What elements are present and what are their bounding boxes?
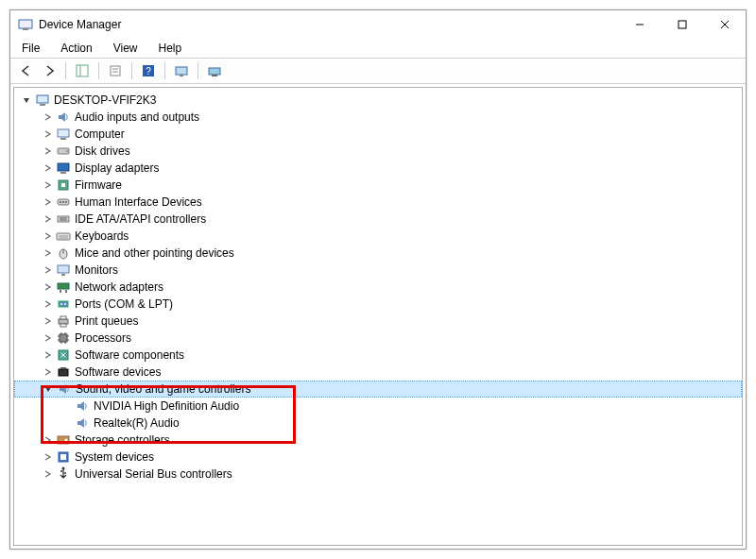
chevron-right-icon[interactable] (41, 467, 54, 481)
chevron-right-icon[interactable] (41, 348, 54, 362)
svg-rect-23 (58, 163, 69, 171)
svg-rect-24 (60, 172, 66, 174)
properties-button[interactable] (105, 60, 126, 81)
maximize-button[interactable] (661, 10, 703, 39)
svg-point-28 (60, 201, 61, 203)
chevron-right-icon[interactable] (41, 212, 54, 226)
tree-category-label: Display adapters (75, 161, 159, 175)
keyboard-icon (56, 229, 71, 244)
tree-category[interactable]: Software devices (14, 364, 742, 381)
chevron-right-icon[interactable] (41, 433, 54, 447)
toolbar-separator (131, 62, 132, 79)
tree-category[interactable]: IDE ATA/ATAPI controllers (14, 211, 742, 228)
tree-root[interactable]: DESKTOP-VFIF2K3 (14, 92, 742, 109)
tree-category[interactable]: Firmware (14, 177, 742, 194)
chevron-right-icon[interactable] (41, 246, 54, 260)
speaker-icon (56, 110, 71, 125)
tree-category[interactable]: Storage controllers (14, 432, 742, 449)
menu-file[interactable]: File (18, 40, 43, 57)
menu-view[interactable]: View (110, 40, 142, 57)
speaker-icon (75, 398, 90, 414)
tree-category[interactable]: Sound, video and game controllers (14, 381, 742, 398)
tree-category-label: Processors (75, 331, 131, 345)
forward-button[interactable] (39, 60, 60, 81)
svg-rect-0 (19, 20, 32, 28)
tree-category-label: IDE ATA/ATAPI controllers (75, 212, 206, 226)
view-devices-button[interactable] (204, 60, 225, 81)
tree-category[interactable]: Ports (COM & LPT) (14, 296, 742, 313)
chevron-right-icon[interactable] (41, 365, 54, 379)
app-icon (18, 17, 33, 32)
tree-category[interactable]: Universal Serial Bus controllers (14, 466, 742, 483)
tree-root-label: DESKTOP-VFIF2K3 (54, 93, 156, 107)
tree-category[interactable]: Processors (14, 330, 742, 347)
toolbar-separator (65, 62, 66, 79)
chevron-right-icon[interactable] (41, 280, 54, 294)
device-tree[interactable]: DESKTOP-VFIF2K3Audio inputs and outputsC… (13, 87, 743, 546)
toolbar-separator (98, 62, 99, 79)
chevron-right-icon[interactable] (41, 127, 54, 141)
tree-category[interactable]: Human Interface Devices (14, 194, 742, 211)
svg-rect-14 (180, 75, 183, 76)
chevron-down-icon[interactable] (20, 93, 33, 107)
toolbar-separator (198, 62, 198, 79)
chevron-right-icon[interactable] (41, 314, 54, 328)
tree-category-label: System devices (75, 450, 154, 464)
chevron-down-icon[interactable] (42, 382, 55, 396)
minimize-button[interactable] (618, 10, 661, 39)
svg-point-63 (65, 439, 68, 442)
tree-category[interactable]: System devices (14, 449, 742, 466)
svg-point-30 (65, 201, 67, 203)
tree-category[interactable]: Disk drives (14, 143, 742, 160)
back-button[interactable] (16, 60, 37, 81)
chevron-right-icon[interactable] (41, 195, 54, 209)
chevron-right-icon[interactable] (41, 263, 54, 277)
tree-category-label: Mice and other pointing devices (75, 246, 234, 260)
network-icon (56, 280, 71, 295)
svg-rect-60 (59, 369, 68, 376)
monitor-icon (56, 263, 71, 278)
svg-rect-16 (212, 75, 217, 76)
chevron-right-icon[interactable] (41, 144, 54, 158)
svg-rect-1 (23, 28, 28, 30)
tree-category-label: Computer (75, 127, 125, 141)
svg-point-29 (62, 201, 64, 203)
menu-help[interactable]: Help (155, 40, 186, 57)
tree-category[interactable]: Mice and other pointing devices (14, 245, 742, 262)
tree-category[interactable]: Network adapters (14, 279, 742, 296)
chevron-right-icon[interactable] (41, 161, 54, 175)
svg-rect-44 (59, 301, 68, 307)
svg-rect-47 (59, 319, 68, 324)
tree-category[interactable]: Print queues (14, 313, 742, 330)
show-hide-console-tree-button[interactable] (72, 60, 93, 81)
chevron-right-icon[interactable] (41, 178, 54, 192)
tree-device[interactable]: NVIDIA High Definition Audio (14, 398, 742, 415)
speaker-icon (75, 415, 90, 431)
disk-icon (56, 144, 71, 159)
scan-hardware-button[interactable] (171, 60, 192, 81)
close-button[interactable] (703, 10, 746, 39)
tree-device[interactable]: Realtek(R) Audio (14, 415, 742, 432)
chevron-right-icon[interactable] (41, 450, 54, 464)
menu-action[interactable]: Action (57, 40, 95, 57)
chevron-right-icon[interactable] (41, 110, 54, 124)
tree-category-label: Keyboards (75, 229, 129, 243)
svg-point-45 (60, 303, 62, 305)
tree-category-label: Monitors (75, 263, 118, 277)
svg-rect-41 (58, 283, 69, 289)
svg-rect-50 (60, 334, 67, 342)
tree-category[interactable]: Audio inputs and outputs (14, 109, 742, 126)
port-icon (56, 296, 71, 312)
svg-rect-40 (61, 274, 65, 276)
tree-category[interactable]: Display adapters (14, 160, 742, 177)
chevron-right-icon[interactable] (41, 331, 54, 345)
tree-category[interactable]: Computer (14, 126, 742, 143)
chevron-right-icon[interactable] (41, 297, 54, 311)
device-manager-window: Device Manager File Action View Help ? (9, 9, 747, 550)
toolbar: ? (10, 58, 746, 84)
tree-category[interactable]: Monitors (14, 262, 742, 279)
help-button[interactable]: ? (138, 60, 159, 81)
chevron-right-icon[interactable] (41, 229, 54, 243)
tree-category[interactable]: Keyboards (14, 228, 742, 245)
tree-category[interactable]: Software components (14, 347, 742, 364)
